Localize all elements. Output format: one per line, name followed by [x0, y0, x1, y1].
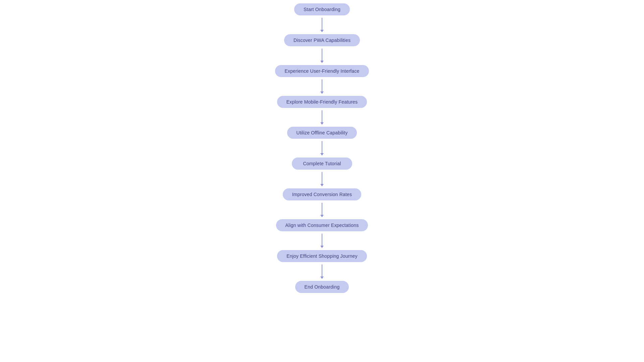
- connector-3: [320, 77, 324, 96]
- connector-line-3: [322, 79, 322, 92]
- connector-arrow-9: [320, 277, 324, 279]
- connector-1: [320, 15, 324, 34]
- connector-7: [320, 200, 324, 219]
- node-complete-tutorial[interactable]: Complete Tutorial: [292, 158, 352, 170]
- connector-arrow-2: [320, 61, 324, 63]
- connector-5: [320, 139, 324, 158]
- connector-2: [320, 46, 324, 65]
- connector-9: [320, 262, 324, 281]
- node-enjoy-shopping[interactable]: Enjoy Efficient Shopping Journey: [277, 250, 367, 262]
- connector-line-9: [322, 264, 322, 277]
- connector-arrow-7: [320, 215, 324, 217]
- node-end-onboarding[interactable]: End Onboarding: [295, 281, 349, 293]
- connector-6: [320, 170, 324, 188]
- node-align-consumer[interactable]: Align with Consumer Expectations: [276, 219, 368, 231]
- connector-line-1: [322, 18, 322, 30]
- connector-arrow-4: [320, 122, 324, 125]
- connector-line-7: [322, 203, 322, 215]
- connector-arrow-5: [320, 153, 324, 156]
- node-utilize-offline[interactable]: Utilize Offline Capability: [287, 127, 357, 139]
- connector-arrow-1: [320, 30, 324, 32]
- connector-4: [320, 108, 324, 127]
- connector-line-5: [322, 141, 322, 153]
- node-discover-pwa[interactable]: Discover PWA Capabilities: [284, 34, 360, 46]
- connector-arrow-6: [320, 184, 324, 186]
- connector-arrow-3: [320, 92, 324, 94]
- connector-arrow-8: [320, 246, 324, 248]
- connector-line-4: [322, 110, 322, 122]
- node-experience-ui[interactable]: Experience User-Friendly Interface: [275, 65, 369, 77]
- connector-8: [320, 231, 324, 250]
- node-explore-mobile[interactable]: Explore Mobile-Friendly Features: [277, 96, 367, 108]
- connector-line-6: [322, 172, 322, 184]
- node-start-onboarding[interactable]: Start Onboarding: [294, 3, 350, 15]
- node-improved-conversion[interactable]: Improved Conversion Rates: [283, 188, 362, 200]
- flowchart-diagram: Start Onboarding Discover PWA Capabiliti…: [0, 0, 644, 293]
- connector-line-2: [322, 49, 322, 61]
- connector-line-8: [322, 234, 322, 246]
